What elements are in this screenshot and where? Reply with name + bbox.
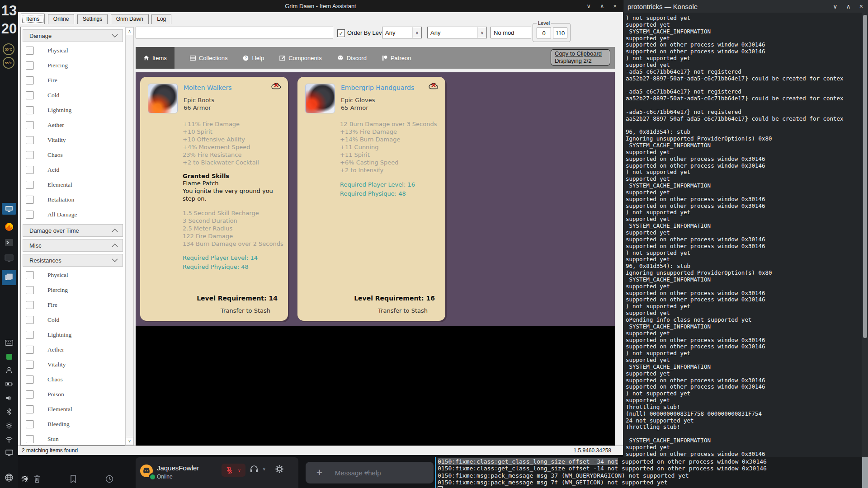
ribbon-tab-discord[interactable]: Discord (337, 47, 367, 69)
checkbox[interactable] (26, 286, 34, 294)
filter-checkbox-row[interactable]: Fire (21, 297, 125, 312)
filter-checkbox-row[interactable]: Physical (21, 267, 125, 282)
tab-online[interactable]: Online (48, 14, 75, 24)
checkbox[interactable] (26, 166, 34, 174)
wifi-icon[interactable] (4, 435, 14, 445)
filter-checkbox-row[interactable]: Cold (21, 312, 125, 327)
filter-checkbox-row[interactable]: Fire (21, 73, 125, 88)
konsole-scrollbar[interactable] (862, 13, 868, 457)
slot-dropdown[interactable]: Any ∨ (427, 27, 487, 38)
scrollbar-thumb[interactable] (863, 15, 867, 338)
filter-checkbox-row[interactable]: Chaos (21, 147, 125, 162)
discord-message-input[interactable]: + Message #help (306, 462, 434, 483)
taskbar-screenshot-tool[interactable] (2, 203, 16, 215)
tab-grim-dawn[interactable]: Grim Dawn (111, 14, 149, 24)
taskbar-item-assistant-active[interactable] (2, 270, 16, 285)
chevron-down-icon[interactable]: ∨ (238, 468, 241, 473)
ribbon-tab-collections[interactable]: Collections (190, 47, 228, 69)
clock-icon[interactable] (105, 474, 114, 483)
filter-checkbox-row[interactable]: Aether (21, 117, 125, 132)
maximize-icon[interactable]: ∧ (846, 3, 851, 10)
transfer-to-stash-button[interactable]: Transfer to Stash (305, 307, 438, 314)
globe-launcher-icon[interactable] (4, 473, 14, 483)
scroll-up-icon[interactable]: ∧ (126, 27, 133, 35)
filter-checkbox-row[interactable]: Chaos (21, 372, 125, 387)
checkbox[interactable] (26, 420, 34, 428)
checkbox[interactable] (26, 76, 34, 84)
filter-checkbox-row[interactable]: Acid (21, 162, 125, 177)
checkbox[interactable] (26, 106, 34, 114)
headphones-icon[interactable] (250, 465, 259, 473)
chevron-down-icon[interactable]: ∨ (412, 27, 421, 38)
brightness-icon[interactable] (4, 421, 14, 431)
filter-group-damage-over-time[interactable]: Damage over Time (23, 224, 123, 237)
wine-terminal[interactable]: 0150:fixme:class:get_class_long_size off… (435, 457, 868, 488)
checkbox[interactable] (26, 151, 34, 159)
ribbon-tab-components[interactable]: Components (279, 47, 322, 69)
checkbox[interactable] (26, 361, 34, 369)
window-titlebar[interactable]: Grim Dawn - Item Assistant ∨ ∧ × (18, 0, 623, 12)
filter-checkbox-row[interactable]: Piercing (21, 282, 125, 297)
checkbox[interactable] (26, 346, 34, 354)
keyboard-layout-icon[interactable] (4, 338, 14, 347)
filter-checkbox-row[interactable]: Aether (21, 342, 125, 357)
trash-icon[interactable] (33, 474, 42, 483)
level-max-input[interactable]: 110 (553, 28, 567, 38)
filter-checkbox-row[interactable]: Vitality (21, 357, 125, 372)
gear-icon[interactable] (275, 465, 284, 474)
tab-items[interactable]: Items (21, 14, 45, 24)
taskbar-terminal[interactable] (2, 237, 16, 249)
discord-username[interactable]: JaquesFowler (157, 464, 199, 472)
konsole-titlebar[interactable]: protontricks — Konsole ∨ ∧ × (623, 0, 868, 13)
volume-icon[interactable] (4, 393, 14, 403)
maximize-icon[interactable]: ∧ (600, 3, 604, 9)
filter-checkbox-row[interactable]: Lightning (21, 327, 125, 342)
tab-log[interactable]: Log (151, 14, 171, 24)
filter-checkbox-row[interactable]: Lightning (21, 103, 125, 117)
filter-checkbox-row[interactable]: Poison (21, 387, 125, 402)
search-input[interactable] (136, 27, 333, 38)
scroll-down-icon[interactable]: ∨ (126, 437, 133, 445)
checkbox[interactable] (26, 196, 34, 204)
checkbox[interactable] (26, 181, 34, 189)
minimize-icon[interactable]: ∨ (586, 3, 591, 9)
checkbox[interactable] (26, 47, 34, 55)
chevron-down-icon[interactable]: ∨ (477, 27, 486, 38)
taskbar-display-app[interactable] (2, 253, 16, 264)
checkbox[interactable] (26, 211, 34, 219)
item-name-link[interactable]: Embergrip Handguards (341, 84, 414, 91)
attach-plus-icon[interactable]: + (316, 467, 322, 479)
filter-checkbox-row[interactable]: Bleeding (21, 417, 125, 432)
terminal-output[interactable]: ) not supported yetsupported yet SYSTEM_… (623, 13, 862, 457)
checkbox[interactable] (26, 375, 34, 384)
taskbar-firefox[interactable] (2, 221, 16, 233)
mod-dropdown[interactable]: No mod (491, 27, 531, 38)
chevron-down-icon[interactable]: ∨ (263, 467, 266, 471)
checkbox[interactable] (26, 91, 34, 99)
checkbox[interactable] (26, 301, 34, 309)
filter-checkbox-row[interactable]: Elemental (21, 177, 125, 192)
user-account-icon[interactable] (4, 365, 14, 375)
close-icon[interactable]: × (613, 3, 617, 9)
filter-checkbox-row[interactable]: Physical (21, 43, 125, 58)
filter-scrollbar[interactable]: ∧ ∨ (125, 27, 134, 446)
level-min-input[interactable]: 0 (537, 28, 551, 38)
rarity-dropdown[interactable]: Any ∨ (382, 27, 422, 38)
minimize-icon[interactable]: ∨ (833, 3, 837, 10)
filter-group-misc[interactable]: Misc (23, 239, 123, 252)
filter-checkbox-row[interactable]: All Damage (21, 207, 125, 222)
app-scribble-icon[interactable] (20, 474, 29, 483)
copy-to-clipboard-button[interactable]: Copy to Clipboard Displaying 2/2 (551, 49, 610, 66)
order-by-level-checkbox[interactable]: ✓ (337, 29, 345, 37)
item-name-link[interactable]: Molten Walkers (184, 84, 232, 91)
mic-muted-button[interactable]: ∨ (222, 464, 245, 477)
close-icon[interactable]: × (859, 3, 863, 10)
checkbox[interactable] (26, 316, 34, 324)
checkbox[interactable] (26, 271, 34, 279)
ribbon-tab-help[interactable]: ? Help (243, 47, 264, 69)
filter-group-resistances[interactable]: Resistances (23, 254, 123, 267)
checkbox[interactable] (26, 121, 34, 129)
filter-checkbox-row[interactable]: Retaliation (21, 192, 125, 207)
checkbox[interactable] (26, 435, 34, 443)
display-settings-icon[interactable] (4, 448, 14, 458)
